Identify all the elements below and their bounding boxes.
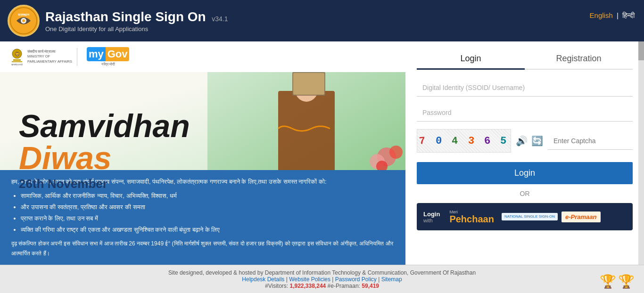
or-divider: OR: [417, 190, 633, 197]
bullet-item-2: और उपासना की स्वतंत्रता, प्रतिष्ठा और अव…: [21, 202, 394, 212]
samvidhan-area: Samvidhan Diwas 26th November: [19, 110, 190, 191]
pehchaan-label: Pehchaan: [449, 214, 494, 224]
svg-rect-6: [13, 59, 21, 61]
bullet-item-4: व्यक्ति की गरिमा और राष्ट्र की एकता और अ…: [21, 225, 394, 235]
sitemap-link[interactable]: Sitemap: [381, 276, 402, 283]
bullet-item-1: सामाजिक, आर्थिक और राजनीतिक न्याय, विचार…: [21, 191, 394, 201]
banner: 🦁 सत्यमेव जयते संसदीय कार्य मंत्रालय MIN…: [0, 41, 405, 265]
english-lang[interactable]: English: [590, 11, 613, 19]
password-input[interactable]: [417, 104, 633, 122]
diwas-title: Diwas: [19, 142, 190, 174]
logo-area: राजस्थान Rajasthan Single Sign On v34.1 …: [8, 5, 228, 37]
trophy-icon-2: 🏆: [618, 274, 635, 289]
captcha-audio-icon[interactable]: 🔊: [516, 135, 528, 146]
title-area: Rajasthan Single Sign On v34.1 One Digit…: [45, 9, 228, 33]
bullet-list: सामाजिक, आर्थिक और राजनीतिक न्याय, विचार…: [11, 191, 394, 235]
tab-registration[interactable]: Registration: [525, 49, 633, 69]
password-policy-link[interactable]: Password Policy: [335, 276, 377, 283]
visitors-count: 1,922,338,244: [289, 283, 326, 289]
login-panel: Login Registration 7 0 4 3 6 5: [405, 41, 644, 265]
mpa-logo: 🦁 सत्यमेव जयते संसदीय कार्य मंत्रालय MIN…: [9, 48, 77, 66]
mygov-logo: my Gov नरेंद्र मोदी: [82, 47, 130, 67]
captcha-image: 7 0 4 3 6 5: [417, 129, 511, 153]
bullet-item-3: प्राप्त कराने के लिए, तथा उन सब में: [21, 213, 394, 224]
mygov-tagline: नरेंद्र मोदी: [87, 62, 130, 67]
scrollbar-thumb[interactable]: [638, 41, 644, 60]
ssoid-field: [417, 79, 633, 97]
svg-text:🦁: 🦁: [15, 51, 20, 57]
password-field: [417, 104, 633, 122]
epramaan-badge: e-Pramaan: [561, 212, 600, 222]
svg-text:राजस्थान: राजस्थान: [17, 13, 30, 16]
captcha-input[interactable]: [548, 132, 633, 150]
main-title: Rajasthan Single Sign On v34.1: [45, 9, 228, 25]
subtitle: One Digital Identity for all Application…: [45, 25, 228, 33]
ssoid-input[interactable]: [417, 79, 633, 97]
footer-line1: Site designed, developed & hosted by Dep…: [8, 269, 636, 276]
main-content: 🦁 सत्यमेव जयते संसदीय कार्य मंत्रालय MIN…: [0, 41, 644, 265]
mygov-my-text: my: [87, 47, 106, 61]
visitors-label: #Visitors:: [265, 283, 288, 289]
svg-point-12: [389, 146, 403, 159]
with-text: with: [423, 218, 433, 223]
captcha-text: 7 0 4 3 6 5: [419, 135, 508, 147]
trophy-area: 🏆 🏆: [600, 274, 635, 289]
date-text: 26th November: [19, 177, 190, 191]
svg-rect-17: [293, 73, 324, 95]
epramaan-label: e-Pramaan: [565, 213, 596, 220]
login-button[interactable]: Login: [417, 162, 633, 184]
hindi-lang[interactable]: हिन्दी: [622, 11, 635, 19]
svg-rect-14: [278, 91, 335, 176]
pehchaan-banner[interactable]: Login with Meri Pehchaan NATIONAL SINGLE…: [417, 203, 633, 230]
preamble-footer-text: दृढ़ संकल्पित होकर अपनी इस संविधान सभा म…: [11, 239, 394, 258]
captcha-controls: 🔊 🔄: [516, 135, 543, 146]
captcha-input-wrapper: [548, 132, 633, 150]
rajasthan-logo: राजस्थान: [8, 5, 40, 37]
banner-image-area: 🦁 सत्यमेव जयते संसदीय कार्य मंत्रालय MIN…: [0, 41, 405, 265]
visitor-stats: #Visitors: 1,922,338,244 #e-Pramaan: 59,…: [8, 283, 636, 289]
auth-tabs: Login Registration: [417, 49, 633, 70]
epramaan-stat-label: #e-Pramaan:: [328, 283, 360, 289]
mygov-gov-text: Gov: [106, 47, 130, 61]
language-switcher[interactable]: English | हिन्दी: [590, 11, 635, 20]
footer-links: Helpdesk Details | Website Policies | Pa…: [8, 276, 636, 283]
scrollbar-track: [638, 41, 644, 265]
login-with-text: Login: [423, 211, 440, 218]
samvidhan-title: Samvidhan: [19, 110, 190, 142]
helpdesk-link[interactable]: Helpdesk Details: [242, 276, 284, 283]
footer: Site designed, developed & hosted by Dep…: [0, 265, 644, 293]
svg-rect-7: [12, 61, 22, 62]
svg-point-3: [22, 19, 25, 22]
banner-top: 🦁 सत्यमेव जयते संसदीय कार्य मंत्रालय MIN…: [0, 41, 405, 72]
captcha-refresh-icon[interactable]: 🔄: [531, 135, 543, 146]
website-policies-link[interactable]: Website Policies: [289, 276, 330, 283]
nsso-badge: NATIONAL SINGLE SIGN-ON: [502, 213, 558, 220]
tab-login[interactable]: Login: [417, 49, 525, 70]
header: राजस्थान Rajasthan Single Sign On v34.1 …: [0, 0, 644, 41]
epramaan-stat-count: 59,419: [362, 283, 379, 289]
mpa-text: संसदीय कार्य मंत्रालय MINISTRY OF PARLIA…: [27, 49, 72, 65]
india-emblem-icon: 🦁 सत्यमेव जयते: [9, 48, 25, 66]
svg-text:सत्यमेव जयते: सत्यमेव जयते: [11, 63, 23, 66]
trophy-icon-1: 🏆: [600, 274, 616, 289]
captcha-area: 7 0 4 3 6 5 🔊 🔄: [417, 129, 633, 153]
